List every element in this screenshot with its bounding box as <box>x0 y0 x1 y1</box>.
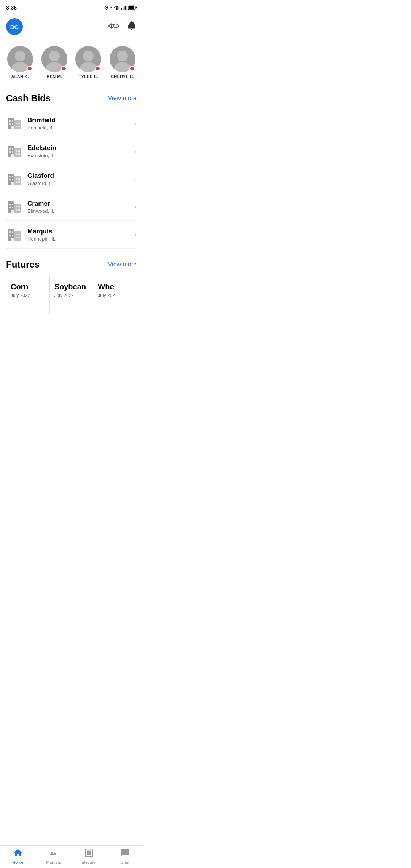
bid-location-edelstein: Edelstein, IL <box>27 153 134 158</box>
top-bar-icons <box>107 21 137 33</box>
bid-name-cramer: Cramer <box>27 200 134 207</box>
bid-item-brimfield[interactable]: Brimfield Brimfield, IL › <box>6 110 137 137</box>
dot-icon: • <box>110 5 112 11</box>
svg-rect-40 <box>16 153 17 155</box>
futures-card-wheat[interactable]: Whe July 202 <box>93 276 137 314</box>
contact-avatar-wrapper-cheryl-g <box>110 46 135 72</box>
svg-rect-2 <box>124 6 124 10</box>
svg-point-19 <box>117 51 128 61</box>
svg-rect-28 <box>18 123 20 124</box>
bid-item-marquis[interactable]: Marquis Hennepin, IL › <box>6 221 137 249</box>
svg-rect-41 <box>18 153 20 155</box>
notification-dot-alan-k <box>27 66 32 71</box>
settings-icon: ⚙ <box>104 5 109 11</box>
svg-rect-57 <box>12 204 13 205</box>
chevron-right-icon-brimfield: › <box>134 120 137 128</box>
svg-rect-62 <box>16 209 17 211</box>
futures-card-title-wheat: Whe <box>98 282 132 291</box>
svg-rect-68 <box>12 231 13 233</box>
futures-card-title-corn: Corn <box>11 282 45 291</box>
svg-rect-29 <box>16 126 17 127</box>
futures-card-subtitle-soybean: July 2022 <box>54 293 89 298</box>
chevron-right-icon-edelstein: › <box>134 147 137 155</box>
notification-icon[interactable] <box>127 21 137 33</box>
cash-bids-view-more[interactable]: View more <box>108 95 137 102</box>
svg-rect-51 <box>16 181 17 183</box>
bid-info-cramer: Cramer Elmwood, IL <box>27 200 134 214</box>
futures-header: Futures View more <box>6 259 137 270</box>
svg-rect-55 <box>14 204 21 213</box>
svg-rect-49 <box>16 178 17 180</box>
bid-item-cramer[interactable]: Cramer Elmwood, IL › <box>6 193 137 221</box>
futures-card-soybean[interactable]: Soybean July 2022 <box>50 276 94 314</box>
wifi-icon <box>114 5 120 10</box>
svg-rect-48 <box>12 179 13 180</box>
bid-location-glasford: Glasford, IL <box>27 180 134 186</box>
svg-rect-58 <box>9 207 11 208</box>
svg-rect-69 <box>9 235 11 236</box>
contact-item-alan-k[interactable]: ALAN K. <box>5 46 36 79</box>
svg-rect-4 <box>126 5 127 10</box>
contact-item-tyler-e[interactable]: TYLER E. <box>73 46 104 79</box>
svg-point-8 <box>131 29 132 30</box>
contact-item-cheryl-g[interactable]: CHERYL G. <box>107 46 138 79</box>
bid-item-glasford[interactable]: Glasford Glasford, IL › <box>6 165 137 193</box>
svg-rect-60 <box>16 206 17 207</box>
user-avatar[interactable]: BG <box>6 18 23 35</box>
svg-rect-1 <box>123 7 123 10</box>
svg-rect-6 <box>136 7 137 9</box>
bid-item-edelstein[interactable]: Edelstein Edelstein, IL › <box>6 137 137 165</box>
svg-rect-63 <box>18 209 20 211</box>
bid-info-brimfield: Brimfield Brimfield, IL <box>27 116 134 131</box>
futures-cards: Corn July 2022 Soybean July 2022 Whe Jul… <box>6 276 137 314</box>
bid-icon-glasford <box>6 171 23 187</box>
svg-rect-70 <box>12 235 13 236</box>
svg-rect-50 <box>18 178 20 180</box>
futures-view-more[interactable]: View more <box>108 261 137 268</box>
svg-rect-53 <box>11 182 14 185</box>
svg-rect-67 <box>9 231 11 233</box>
svg-rect-72 <box>18 234 20 235</box>
status-icons: ⚙ • <box>104 5 137 11</box>
svg-rect-31 <box>11 126 14 129</box>
bid-location-brimfield: Brimfield, IL <box>27 125 134 131</box>
svg-rect-25 <box>9 123 11 125</box>
status-time: 8:36 <box>6 5 17 11</box>
svg-rect-37 <box>12 151 13 153</box>
svg-point-10 <box>15 51 25 61</box>
bid-icon-marquis <box>6 226 23 243</box>
contact-avatar-wrapper-alan-k <box>7 46 33 72</box>
contact-avatar-wrapper-tyler-e <box>75 46 101 72</box>
svg-rect-35 <box>12 148 13 150</box>
cash-bids-header: Cash Bids View more <box>6 93 137 104</box>
futures-card-title-soybean: Soybean <box>54 282 89 291</box>
svg-rect-38 <box>16 150 17 152</box>
notification-dot-ben-m <box>61 66 67 71</box>
status-bar: 8:36 ⚙ • <box>0 0 143 14</box>
futures-card-corn[interactable]: Corn July 2022 <box>6 276 50 314</box>
bid-icon-cramer <box>6 198 23 215</box>
bid-name-brimfield: Brimfield <box>27 116 134 124</box>
svg-rect-47 <box>9 179 11 180</box>
handshake-icon[interactable] <box>107 21 121 33</box>
bid-info-glasford: Glasford Glasford, IL <box>27 172 134 186</box>
contact-item-ben-m[interactable]: BEN M. <box>39 46 70 79</box>
contact-name-alan-k: ALAN K. <box>11 74 29 79</box>
svg-rect-52 <box>18 181 20 183</box>
svg-rect-56 <box>9 204 11 205</box>
contact-name-ben-m: BEN M. <box>46 74 62 79</box>
svg-point-16 <box>83 51 94 61</box>
svg-rect-61 <box>18 206 20 207</box>
contact-name-tyler-e: TYLER E. <box>78 74 98 79</box>
svg-rect-73 <box>16 237 17 238</box>
chevron-right-icon-marquis: › <box>134 231 137 239</box>
svg-rect-75 <box>11 238 14 241</box>
bid-icon-brimfield <box>6 115 23 132</box>
svg-rect-30 <box>18 126 20 127</box>
svg-rect-66 <box>14 231 21 241</box>
notification-dot-cheryl-g <box>129 66 135 71</box>
bid-location-cramer: Elmwood, IL <box>27 208 134 214</box>
svg-rect-22 <box>14 120 21 129</box>
svg-rect-7 <box>129 6 134 9</box>
bid-list: Brimfield Brimfield, IL › Edelstein Edel… <box>6 110 137 249</box>
